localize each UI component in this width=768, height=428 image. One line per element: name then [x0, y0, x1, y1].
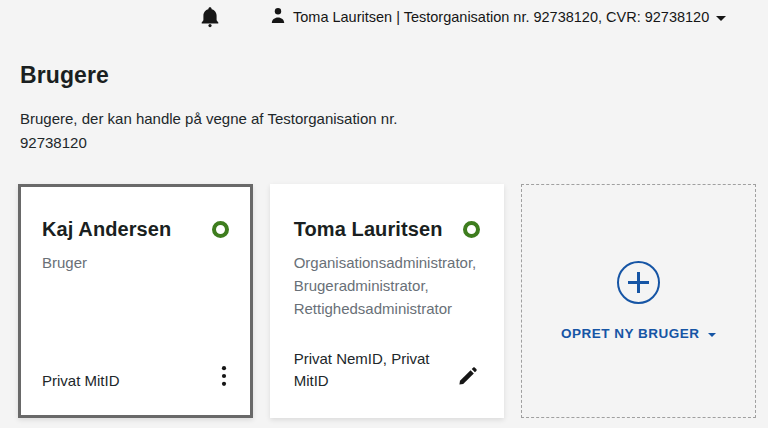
active-status-icon	[463, 221, 480, 238]
user-account-menu[interactable]: Toma Lauritsen | Testorganisation nr. 92…	[270, 7, 726, 27]
notifications-button[interactable]	[198, 6, 222, 30]
create-user-label: OPRET NY BRUGER	[561, 326, 700, 341]
card-header: Kaj Andersen	[42, 218, 229, 241]
user-roles: Organisationsadministrator, Brugeradmini…	[294, 251, 474, 320]
chevron-down-icon	[716, 16, 726, 21]
plus-circle-icon	[617, 261, 660, 304]
card-actions-button[interactable]	[219, 363, 229, 392]
top-bar: Toma Lauritsen | Testorganisation nr. 92…	[0, 0, 768, 44]
card-footer: Privat MitID	[42, 363, 229, 392]
card-footer: Privat NemID, Privat MitID	[294, 348, 481, 392]
user-name: Kaj Andersen	[42, 218, 171, 241]
bell-icon	[200, 6, 220, 31]
card-header: Toma Lauritsen	[294, 218, 481, 241]
edit-user-button[interactable]	[455, 364, 480, 392]
user-account-label: Toma Lauritsen | Testorganisation nr. 92…	[293, 9, 709, 25]
page-subtitle: Brugere, der kan handle på vegne af Test…	[20, 107, 460, 155]
create-user-card[interactable]: OPRET NY BRUGER	[521, 184, 756, 418]
chevron-down-icon	[708, 333, 716, 337]
user-card-kaj-andersen[interactable]: Kaj Andersen Bruger Privat MitID	[18, 184, 253, 418]
active-status-icon	[212, 221, 229, 238]
user-credentials: Privat MitID	[42, 370, 120, 392]
person-icon	[270, 7, 286, 27]
page-header: Brugere Brugere, der kan handle på vegne…	[20, 62, 480, 155]
edit-pencil-icon	[457, 366, 478, 390]
create-user-button[interactable]: OPRET NY BRUGER	[561, 326, 717, 341]
user-name: Toma Lauritsen	[294, 218, 443, 241]
user-credentials: Privat NemID, Privat MitID	[294, 348, 454, 392]
page-title: Brugere	[20, 62, 480, 89]
user-card-toma-lauritsen[interactable]: Toma Lauritsen Organisationsadministrato…	[270, 184, 505, 418]
user-card-grid: Kaj Andersen Bruger Privat MitID Toma La…	[18, 184, 756, 418]
user-roles: Bruger	[42, 251, 222, 274]
kebab-menu-icon	[221, 365, 227, 390]
